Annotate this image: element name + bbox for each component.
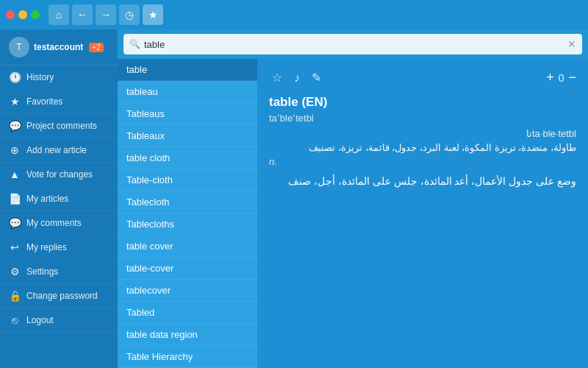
list-item[interactable]: Tableaux <box>118 125 257 147</box>
list-item[interactable]: Tableaus <box>118 103 257 125</box>
user-badge: +2 <box>89 43 103 52</box>
star-icon: ★ <box>9 96 21 107</box>
sidebar-item-favorites[interactable]: ★ Favorites <box>0 90 118 114</box>
search-icon: 🔍 <box>129 39 140 49</box>
back-button[interactable]: ← <box>72 4 93 25</box>
sidebar-label-my-articles: My articles <box>26 194 68 204</box>
gear-icon: ⚙ <box>9 266 21 277</box>
sidebar-label-my-replies: My replies <box>26 242 67 252</box>
list-item[interactable]: tableau <box>118 81 257 103</box>
definition-pos: n. <box>269 156 576 167</box>
list-item[interactable]: Tabled <box>118 302 257 324</box>
content-area: 🔍 ✕ table tableau Tableaus Tableaux tabl… <box>118 29 588 368</box>
sidebar-label-history: History <box>26 72 54 82</box>
close-button[interactable] <box>6 10 15 19</box>
add-icon: ⊕ <box>9 144 21 156</box>
maximize-button[interactable] <box>31 10 40 19</box>
definition-ar-words: طاولة، منضدة، تريزة المكوة، لعبة البرد، … <box>269 142 576 153</box>
definition-ar-transliteration: ta·ble·tetblتا <box>269 128 576 139</box>
sidebar-label-change-password: Change password <box>26 291 98 301</box>
list-item[interactable]: Tablecloth <box>118 191 257 213</box>
search-clear-button[interactable]: ✕ <box>567 38 576 50</box>
list-item[interactable]: Table Hierarchy <box>118 346 257 368</box>
bookmark-button[interactable]: ☆ <box>269 69 285 86</box>
sidebar-item-change-password[interactable]: 🔒 Change password <box>0 284 118 308</box>
sidebar-item-my-comments[interactable]: 💬 My comments <box>0 211 118 236</box>
my-comments-icon: 💬 <box>9 217 21 229</box>
history-icon: 🕐 <box>9 71 21 83</box>
lock-icon: 🔒 <box>9 290 21 302</box>
list-item[interactable]: table cover <box>118 236 257 258</box>
definition-pane: ☆ ♪ ✎ + 0 − table (EN) taˈbleˈtetbl ta·b… <box>257 59 588 368</box>
sidebar-item-vote[interactable]: ▲ Vote for changes <box>0 163 118 187</box>
definition-title: table (EN) <box>269 95 576 110</box>
sidebar-label-logout: Logout <box>26 315 54 325</box>
edit-button[interactable]: ✎ <box>309 69 324 86</box>
sidebar-item-history[interactable]: 🕐 History <box>0 66 118 90</box>
definition-translation: وضع على جدول الأعمال، أعد المائدة، جلس ع… <box>269 173 576 189</box>
replies-icon: ↩ <box>9 241 21 253</box>
forward-button[interactable]: → <box>96 4 116 25</box>
definition-phonetic: taˈbleˈtetbl <box>269 113 576 124</box>
home-button[interactable]: ⌂ <box>49 4 69 25</box>
search-input-wrap: 🔍 ✕ <box>123 34 582 54</box>
sidebar-label-vote: Vote for changes <box>26 169 93 180</box>
list-item[interactable]: Table-cloth <box>118 169 257 191</box>
sidebar-item-add-article[interactable]: ⊕ Add new article <box>0 138 118 163</box>
window-controls <box>6 10 40 19</box>
sidebar-label-my-comments: My comments <box>26 218 82 228</box>
comments-icon: 💬 <box>9 120 21 132</box>
favorites-button[interactable]: ★ <box>143 4 163 25</box>
sidebar-item-my-replies[interactable]: ↩ My replies <box>0 236 118 260</box>
user-profile[interactable]: T testaccount +2 <box>0 29 118 66</box>
list-item[interactable]: table <box>118 59 257 81</box>
articles-icon: 📄 <box>9 193 21 205</box>
plus-button[interactable]: + <box>546 70 554 85</box>
history-button[interactable]: ◷ <box>119 4 140 25</box>
minimize-button[interactable] <box>18 10 27 19</box>
definition-toolbar: ☆ ♪ ✎ + 0 − <box>269 69 576 86</box>
sidebar-label-add-article: Add new article <box>26 145 87 155</box>
search-bar: 🔍 ✕ <box>118 29 588 59</box>
list-item[interactable]: Tablecloths <box>118 213 257 236</box>
split-pane: table tableau Tableaus Tableaux table cl… <box>118 59 588 368</box>
sidebar-label-settings: Settings <box>26 266 58 277</box>
avatar: T <box>9 37 29 57</box>
search-input[interactable] <box>123 34 582 54</box>
logout-icon: ⎋ <box>9 314 21 326</box>
sidebar-item-my-articles[interactable]: 📄 My articles <box>0 187 118 211</box>
sidebar-label-project-comments: Project comments <box>26 121 97 131</box>
audio-button[interactable]: ♪ <box>291 70 303 86</box>
sidebar-item-settings[interactable]: ⚙ Settings <box>0 260 118 284</box>
list-item[interactable]: table-cover <box>118 258 257 280</box>
sidebar-item-logout[interactable]: ⎋ Logout <box>0 308 118 333</box>
list-item[interactable]: table data region <box>118 324 257 346</box>
definition-count: 0 <box>559 72 564 84</box>
vote-icon: ▲ <box>9 169 21 180</box>
minus-button[interactable]: − <box>568 70 576 85</box>
list-item[interactable]: table cloth <box>118 147 257 169</box>
sidebar-item-project-comments[interactable]: 💬 Project comments <box>0 114 118 138</box>
list-item[interactable]: tablecover <box>118 280 257 302</box>
count-area: + 0 − <box>546 70 576 85</box>
word-list: table tableau Tableaus Tableaux table cl… <box>118 59 257 368</box>
top-bar: ⌂ ← → ◷ ★ <box>0 0 588 29</box>
username: testaccount <box>34 42 83 52</box>
sidebar-label-favorites: Favorites <box>26 96 62 107</box>
main-area: T testaccount +2 🕐 History ★ Favorites 💬… <box>0 29 588 368</box>
sidebar: T testaccount +2 🕐 History ★ Favorites 💬… <box>0 29 118 368</box>
